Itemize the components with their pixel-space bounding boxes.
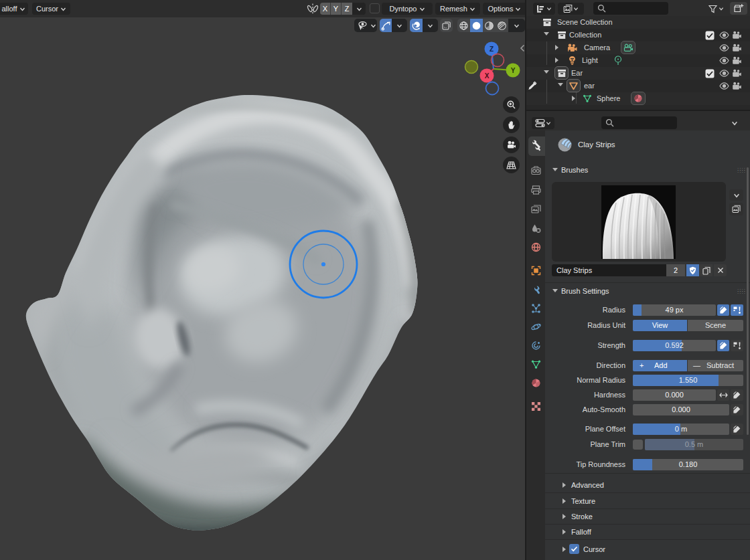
svg-text:X: X xyxy=(485,72,490,80)
svg-text:Y: Y xyxy=(511,67,516,74)
svg-text:Z: Z xyxy=(490,45,494,53)
